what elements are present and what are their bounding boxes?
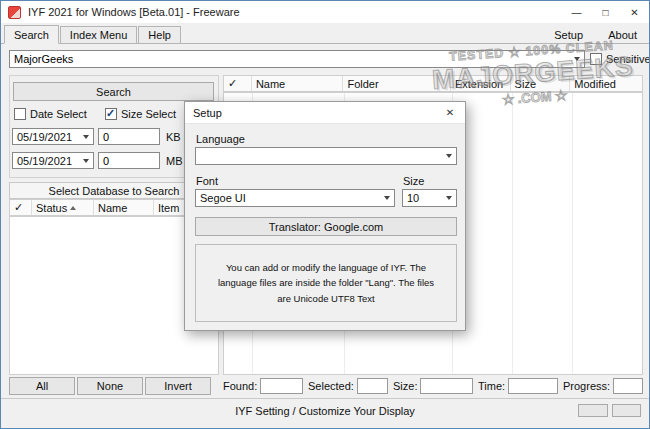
size-to-input[interactable] <box>99 153 159 168</box>
results-gridline <box>512 93 513 374</box>
found-field: Found: <box>223 378 303 394</box>
selected-label: Selected: <box>308 380 354 392</box>
status-bar-text: IYF Setting / Customize Your Display <box>235 405 415 417</box>
dialog-close-icon: ✕ <box>446 107 454 118</box>
close-icon: ✕ <box>630 7 638 18</box>
font-combobox[interactable]: Segoe UI <box>195 189 395 207</box>
close-button[interactable]: ✕ <box>620 1 649 23</box>
font-size-dropdown-icon[interactable] <box>441 190 456 206</box>
size-select-label: Size Select <box>121 108 176 120</box>
size-label: Size <box>403 175 424 187</box>
tab-help[interactable]: Help <box>138 26 181 44</box>
font-label: Font <box>196 175 218 187</box>
minimize-icon: — <box>572 7 582 18</box>
results-column-size[interactable]: Size <box>511 76 571 91</box>
db-column-check[interactable]: ✓ <box>10 200 32 215</box>
selected-field: Selected: <box>308 378 388 394</box>
setup-dialog: Setup ✕ Language Font Size Segoe UI 10 T… <box>184 101 466 331</box>
status-bar-button-2[interactable] <box>612 404 641 417</box>
mb-label: MB <box>166 155 183 167</box>
time-label: Time: <box>478 380 505 392</box>
date-to-value: 05/19/2021 <box>13 155 78 167</box>
about-menu-item[interactable]: About <box>608 29 637 41</box>
date-select-label: Date Select <box>30 108 87 120</box>
results-column-modified[interactable]: Modified <box>570 76 642 91</box>
window-title: IYF 2021 for Windows [Beta.01] - Freewar… <box>28 6 240 18</box>
status-bar: IYF Setting / Customize Your Display <box>1 399 649 428</box>
results-column-folder[interactable]: Folder <box>343 76 450 91</box>
tab-search[interactable]: Search <box>4 25 59 44</box>
none-button[interactable]: None <box>77 377 143 395</box>
language-info-box: You can add or modify the language of IY… <box>195 244 457 322</box>
date-from-combobox[interactable]: 05/19/2021 <box>12 128 94 145</box>
results-gridline <box>572 93 573 374</box>
sensitive-label: Sensitive <box>606 53 650 65</box>
results-column-check[interactable]: ✓ <box>224 76 252 91</box>
db-column-status-label: Status <box>36 202 67 214</box>
setup-menu-item[interactable]: Setup <box>554 29 583 41</box>
maximize-icon: □ <box>602 7 608 18</box>
results-column-name[interactable]: Name <box>252 76 344 91</box>
size-from-field-box <box>98 128 160 145</box>
results-column-extension[interactable]: Extension <box>451 76 511 91</box>
size-field: Size: <box>393 378 473 394</box>
results-status-fields: Found: Selected: Size: Time: Progress: <box>223 377 643 395</box>
time-value-box <box>508 378 558 394</box>
search-button[interactable]: Search <box>13 82 214 101</box>
invert-button[interactable]: Invert <box>145 377 211 395</box>
sort-ascending-icon <box>70 206 76 210</box>
window-controls: — □ ✕ <box>562 1 649 23</box>
tab-bar: Search Index Menu Help <box>4 25 182 44</box>
db-column-status[interactable]: Status <box>32 200 94 215</box>
time-field: Time: <box>478 378 558 394</box>
found-label: Found: <box>223 380 257 392</box>
date-from-dropdown-icon[interactable] <box>78 129 93 144</box>
size-select-checkbox[interactable] <box>105 108 117 120</box>
tab-index-menu[interactable]: Index Menu <box>60 26 137 44</box>
all-button[interactable]: All <box>9 377 75 395</box>
translator-button[interactable]: Translator: Google.com <box>195 217 457 236</box>
maximize-button[interactable]: □ <box>591 1 620 23</box>
db-column-name[interactable]: Name <box>94 200 154 215</box>
language-label: Language <box>196 133 245 145</box>
sensitive-checkbox[interactable] <box>590 53 602 65</box>
date-select-checkbox[interactable] <box>14 108 26 120</box>
language-dropdown-icon[interactable] <box>441 148 456 164</box>
size-label: Size: <box>393 380 417 392</box>
font-dropdown-icon[interactable] <box>379 190 394 206</box>
size-to-field-box <box>98 152 160 169</box>
found-value-box <box>260 378 303 394</box>
progress-label: Progress: <box>563 380 610 392</box>
sensitive-option[interactable]: Sensitive <box>590 53 650 65</box>
date-select-option[interactable]: Date Select <box>14 108 87 120</box>
size-value-box <box>420 378 473 394</box>
setup-dialog-title: Setup <box>193 107 222 119</box>
selected-value-box <box>357 378 388 394</box>
progress-value-box <box>613 378 643 394</box>
date-to-dropdown-icon[interactable] <box>78 153 93 168</box>
setup-dialog-title-bar: Setup ✕ <box>185 102 465 124</box>
app-icon <box>8 6 21 19</box>
language-combobox[interactable] <box>195 147 457 165</box>
date-from-value: 05/19/2021 <box>13 131 78 143</box>
search-input[interactable] <box>10 53 569 65</box>
size-from-input[interactable] <box>99 129 159 144</box>
font-value: Segoe UI <box>196 192 379 204</box>
font-size-combobox[interactable]: 10 <box>402 189 457 207</box>
status-bar-button-1[interactable] <box>578 404 608 417</box>
search-combobox[interactable] <box>9 50 585 68</box>
language-info-text: You can add or modify the language of IY… <box>210 260 442 306</box>
progress-field: Progress: <box>563 378 643 394</box>
title-bar: IYF 2021 for Windows [Beta.01] - Freewar… <box>1 1 649 23</box>
date-to-combobox[interactable]: 05/19/2021 <box>12 152 94 169</box>
app-window: IYF 2021 for Windows [Beta.01] - Freewar… <box>0 0 650 429</box>
font-size-value: 10 <box>403 192 441 204</box>
size-select-option[interactable]: Size Select <box>105 108 176 120</box>
setup-dialog-close-button[interactable]: ✕ <box>435 102 465 123</box>
kb-label: KB <box>166 131 181 143</box>
results-table-header: ✓ Name Folder Extension Size Modified <box>223 75 643 92</box>
search-dropdown-icon[interactable] <box>569 51 584 67</box>
minimize-button[interactable]: — <box>562 1 591 23</box>
